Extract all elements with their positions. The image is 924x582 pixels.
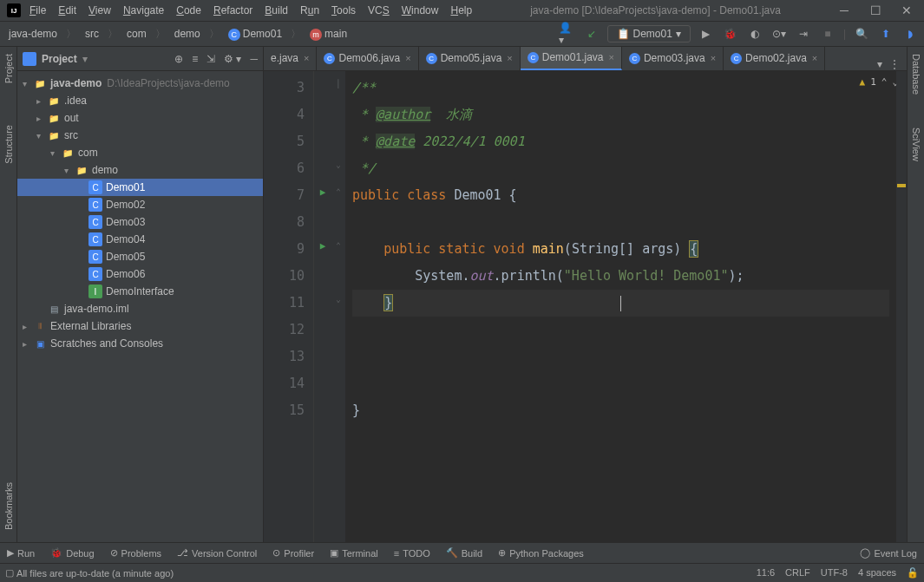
tab-structure[interactable]: Structure <box>2 121 16 167</box>
tool-vcs[interactable]: ⎇ Version Control <box>177 547 257 559</box>
menu-tools[interactable]: Tools <box>326 3 361 18</box>
tree-file[interactable]: ▤java-demo.iml <box>17 300 263 317</box>
tool-event-log[interactable]: ◯ Event Log <box>860 547 917 559</box>
close-tab-icon[interactable]: × <box>812 53 817 63</box>
ide-button[interactable]: ◗ <box>901 25 919 43</box>
tool-python[interactable]: ⊕ Python Packages <box>498 547 584 559</box>
fold-start-icon[interactable]: ⌃ <box>331 179 345 206</box>
close-tab-icon[interactable]: × <box>304 53 309 63</box>
fold-end-icon[interactable]: ⌄ <box>331 286 345 313</box>
search-icon[interactable]: 🔍 <box>853 25 870 43</box>
menu-edit[interactable]: Edit <box>53 3 82 18</box>
coverage-button[interactable]: ◐ <box>746 25 763 43</box>
tool-problems[interactable]: ⊘ Problems <box>110 547 161 559</box>
tab-bookmarks[interactable]: Bookmarks <box>2 479 16 533</box>
editor-tab[interactable]: CDemo02.java× <box>724 47 825 70</box>
editor-tab[interactable]: CDemo05.java× <box>419 47 521 70</box>
tree-interface[interactable]: IDemoInterface <box>17 283 263 300</box>
line-ending[interactable]: CRLF <box>785 567 810 579</box>
breadcrumb-class[interactable]: CDemo01 <box>225 26 285 43</box>
breadcrumb-item[interactable]: src <box>82 26 102 42</box>
close-tab-icon[interactable]: × <box>609 52 614 62</box>
menu-file[interactable]: File <box>24 3 51 18</box>
breadcrumb-item[interactable]: com <box>123 26 150 42</box>
menu-view[interactable]: View <box>83 3 116 18</box>
editor-tab[interactable]: CDemo03.java× <box>622 47 724 70</box>
tree-scratches[interactable]: ▸▣Scratches and Consoles <box>17 335 263 352</box>
tree-folder[interactable]: ▸📁.idea <box>17 92 263 109</box>
code-content[interactable]: /** * @author 水滴 * @date 2022/4/1 0001 *… <box>345 71 896 542</box>
expand-all-icon[interactable]: ≡ <box>192 53 198 65</box>
menu-build[interactable]: Build <box>259 3 293 18</box>
editor-tab[interactable]: CDemo06.java× <box>317 47 418 70</box>
fold-start-icon[interactable]: ⌃ <box>331 232 345 259</box>
tool-build[interactable]: 🔨 Build <box>446 547 482 559</box>
tool-todo[interactable]: ≡ TODO <box>394 548 430 559</box>
menu-navigate[interactable]: Navigate <box>118 3 169 18</box>
tree-class[interactable]: CDemo03 <box>17 213 263 231</box>
tree-libraries[interactable]: ▸⫴External Libraries <box>17 317 263 335</box>
close-tab-icon[interactable]: × <box>405 53 410 63</box>
collapse-all-icon[interactable]: ⇲ <box>206 53 215 65</box>
run-line-icon[interactable]: ▶ <box>314 232 331 259</box>
error-stripe[interactable] <box>896 71 907 542</box>
menu-vcs[interactable]: VCS <box>363 3 395 18</box>
select-opened-icon[interactable]: ⊕ <box>174 53 183 65</box>
back-arrow-icon[interactable]: ↙ <box>583 25 600 43</box>
run-config-selector[interactable]: 📋 Demo01 ▾ <box>607 25 691 43</box>
close-tab-icon[interactable]: × <box>507 53 512 63</box>
maximize-button[interactable]: ☐ <box>865 3 886 17</box>
hide-icon[interactable]: ─ <box>250 53 258 65</box>
tree-folder[interactable]: ▾📁src <box>17 127 263 144</box>
menu-window[interactable]: Window <box>396 3 444 18</box>
indent[interactable]: 4 spaces <box>858 567 896 579</box>
menu-help[interactable]: Help <box>445 3 477 18</box>
breadcrumb-root[interactable]: java-demo <box>5 26 61 42</box>
menu-code[interactable]: Code <box>171 3 206 18</box>
menu-run[interactable]: Run <box>295 3 324 18</box>
inspection-badge[interactable]: ▲1 ⌃ ⌄ <box>860 76 899 88</box>
tree-folder[interactable]: ▾📁demo <box>17 161 263 179</box>
more-tabs-icon[interactable]: ▾ <box>877 58 882 70</box>
tab-database[interactable]: Database <box>909 50 923 98</box>
tree-folder[interactable]: ▸📁out <box>17 109 263 127</box>
tree-class[interactable]: CDemo01 <box>17 179 263 196</box>
breadcrumb-item[interactable]: demo <box>171 26 204 42</box>
tree-class[interactable]: CDemo04 <box>17 231 263 248</box>
run-line-icon[interactable]: ▶ <box>314 179 331 206</box>
close-tab-icon[interactable]: × <box>711 53 716 63</box>
tab-sciview[interactable]: SciView <box>909 124 923 165</box>
editor-tab[interactable]: e.java× <box>264 47 317 70</box>
tab-menu-icon[interactable]: ⋮ <box>889 58 900 70</box>
tree-class[interactable]: CDemo06 <box>17 265 263 283</box>
add-user-icon[interactable]: 👤▾ <box>559 25 576 43</box>
tool-debug[interactable]: 🐞 Debug <box>50 547 94 559</box>
readonly-icon[interactable]: 🔓 <box>907 567 919 579</box>
close-button[interactable]: ✕ <box>896 3 917 17</box>
tool-terminal[interactable]: ▣ Terminal <box>330 547 378 559</box>
dropdown-icon[interactable]: ▾ <box>82 53 88 65</box>
status-icon[interactable]: ▢ <box>5 567 14 579</box>
fold-end-icon[interactable]: ⌄ <box>331 152 345 179</box>
tree-class[interactable]: CDemo05 <box>17 248 263 265</box>
run-button[interactable]: ▶ <box>698 25 715 43</box>
breadcrumb-method[interactable]: mmain <box>306 26 351 43</box>
profile-button[interactable]: ⊙▾ <box>770 25 788 43</box>
tree-root[interactable]: ▾📁java-demoD:\IdeaProjects\java-demo <box>17 75 263 92</box>
cursor-position[interactable]: 11:6 <box>757 567 775 579</box>
minimize-button[interactable]: ─ <box>834 3 855 17</box>
stop-button[interactable]: ■ <box>819 25 836 43</box>
menu-refactor[interactable]: Refactor <box>208 3 258 18</box>
tool-run[interactable]: ▶ Run <box>7 547 35 559</box>
tool-profiler[interactable]: ⊙ Profiler <box>272 547 314 559</box>
tree-folder[interactable]: ▾📁com <box>17 144 263 161</box>
sync-icon[interactable]: ⬆ <box>877 25 895 43</box>
editor-tab[interactable]: CDemo01.java× <box>521 47 622 70</box>
tree-class[interactable]: CDemo02 <box>17 196 263 213</box>
tab-project[interactable]: Project <box>2 50 16 87</box>
attach-button[interactable]: ⇥ <box>795 25 812 43</box>
settings-icon[interactable]: ⚙ ▾ <box>224 53 241 65</box>
code-area[interactable]: 3456789101112131415 ▶ ▶ │ ⌄⌃ ⌃ ⌄ /** * @… <box>264 71 907 542</box>
encoding[interactable]: UTF-8 <box>821 567 848 579</box>
debug-button[interactable]: 🐞 <box>722 25 739 43</box>
